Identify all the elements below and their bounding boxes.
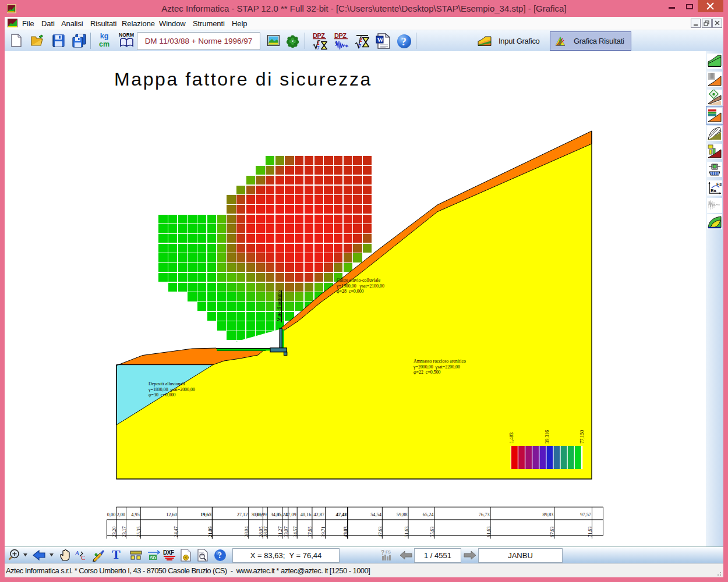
svg-text:4,95: 4,95 — [131, 512, 140, 517]
svg-text:0,00: 0,00 — [107, 512, 116, 517]
svg-text:C: C — [81, 554, 85, 561]
svg-text:φ=28 c=0,000: φ=28 c=0,000 — [337, 289, 364, 294]
svg-text:37,09: 37,09 — [285, 512, 296, 517]
svg-text:55,63: 55,63 — [430, 526, 435, 537]
svg-text:?: ? — [218, 551, 222, 560]
svg-text:33,07: 33,07 — [284, 526, 289, 537]
svg-text:23,17: 23,17 — [122, 526, 127, 537]
svg-text:21,05: 21,05 — [208, 526, 213, 537]
svg-text:23,20: 23,20 — [112, 526, 117, 537]
svg-text:19,67: 19,67 — [200, 512, 211, 517]
svg-text:2: 2 — [359, 37, 362, 43]
svg-text:Depositi alluvionali: Depositi alluvionali — [149, 381, 185, 386]
svg-text:Muro di sostegno: Muro di sostegno — [277, 290, 282, 321]
svg-text:1,483: 1,483 — [508, 432, 514, 443]
svg-text:97,57: 97,57 — [580, 512, 591, 517]
svg-text:7: 7 — [317, 45, 320, 51]
svg-text:12,60: 12,60 — [166, 512, 177, 517]
svg-text:?: ? — [401, 36, 407, 48]
svg-text:39,71: 39,71 — [321, 526, 326, 537]
svg-text:Coltre eluvio-colluviale: Coltre eluvio-colluviale — [337, 278, 381, 283]
svg-text:37,65: 37,65 — [308, 526, 313, 537]
svg-text:SD: SD — [150, 555, 157, 560]
svg-text:76,73: 76,73 — [479, 512, 490, 517]
svg-text:7: 7 — [358, 43, 361, 49]
svg-text:Ea: Ea — [711, 188, 716, 193]
svg-text:γ=2000,00 γsat=2200,00: γ=2000,00 γsat=2200,00 — [413, 364, 460, 370]
svg-text:DPZ: DPZ — [313, 32, 325, 39]
svg-text:34,57: 34,57 — [293, 526, 298, 537]
svg-text:54,54: 54,54 — [370, 512, 382, 517]
svg-text:2,00: 2,00 — [116, 512, 125, 517]
svg-text:DPZ: DPZ — [334, 32, 347, 39]
svg-text:Ammasso roccioso arenitico: Ammasso roccioso arenitico — [414, 359, 466, 364]
svg-text:φ=22 c=0,500: φ=22 c=0,500 — [414, 370, 441, 375]
svg-text:65,24: 65,24 — [423, 512, 434, 517]
svg-text:γ=1800,00 γsat=2000,00: γ=1800,00 γsat=2000,00 — [148, 387, 195, 392]
svg-text:28,04: 28,04 — [244, 526, 249, 537]
svg-text:59,88: 59,88 — [397, 512, 408, 517]
svg-text:47,63: 47,63 — [378, 526, 383, 537]
svg-text:A: A — [75, 549, 79, 556]
svg-text:89,83: 89,83 — [543, 512, 554, 517]
svg-text:DXF: DXF — [163, 549, 174, 556]
svg-text:24,47: 24,47 — [174, 526, 179, 537]
svg-text:31,27: 31,27 — [278, 526, 283, 537]
svg-text:W: W — [377, 36, 384, 43]
svg-text:27,12: 27,12 — [237, 512, 248, 517]
svg-text:39,316: 39,316 — [544, 430, 550, 443]
svg-text:?: ? — [381, 549, 384, 556]
svg-text:FS: FS — [386, 550, 391, 554]
svg-text:25,35: 25,35 — [136, 526, 142, 537]
svg-text:40,16: 40,16 — [301, 512, 312, 517]
svg-text:28,07: 28,07 — [263, 526, 268, 537]
svg-text:47,48: 47,48 — [336, 512, 347, 517]
svg-text:43,95: 43,95 — [344, 526, 349, 537]
svg-text:42,87: 42,87 — [313, 512, 324, 517]
svg-text:71,63: 71,63 — [588, 526, 593, 537]
svg-text:γ=1900,00 γsat=2100,00: γ=1900,00 γsat=2100,00 — [336, 283, 384, 289]
svg-text:φ=30 c=0,000: φ=30 c=0,000 — [149, 392, 176, 398]
svg-text:67,63: 67,63 — [550, 526, 555, 537]
svg-text:51,63: 51,63 — [404, 526, 409, 537]
svg-text:Mappa fattore di sicurezza: Mappa fattore di sicurezza — [114, 69, 372, 90]
svg-text:30,99: 30,99 — [256, 512, 267, 517]
svg-text:61,63: 61,63 — [486, 526, 492, 537]
svg-text:77,150: 77,150 — [579, 430, 585, 443]
